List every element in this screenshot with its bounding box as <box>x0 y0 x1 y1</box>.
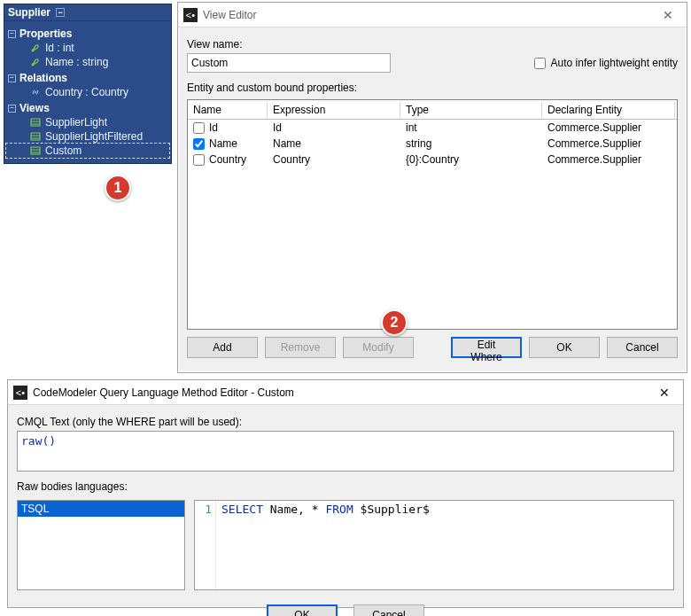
tree-item-label: SupplierLightFiltered <box>45 130 143 143</box>
edit-where-button[interactable]: Edit Where <box>451 337 522 358</box>
step-badge-1: 1 <box>105 175 131 201</box>
tree-item-label: SupplierLight <box>45 116 107 129</box>
tree-item-label: Custom <box>45 144 82 157</box>
properties-grid: Name Expression Type Declaring Entity Id… <box>187 99 678 330</box>
cell-type: string <box>400 136 542 151</box>
code-tail: $Supplier$ <box>353 503 430 516</box>
tree-item[interactable]: Id : int <box>6 41 169 55</box>
tree-item-label: Id : int <box>45 42 74 54</box>
cell-name: Id <box>209 121 218 134</box>
close-icon[interactable]: ✕ <box>651 383 678 402</box>
cmql-text-label: CMQL Text (only the WHERE part will be u… <box>17 416 674 428</box>
code-area[interactable]: 1 SELECT Name, * FROM $Supplier$ <box>194 500 674 590</box>
dialog-body: CMQL Text (only the WHERE part will be u… <box>8 405 683 616</box>
tree-item[interactable]: Name : string <box>6 55 169 69</box>
tree-item[interactable]: Country : Country <box>6 85 169 99</box>
ok-button[interactable]: OK <box>529 337 600 358</box>
app-icon: <• <box>13 386 27 400</box>
grid-header: Name Expression Type Declaring Entity <box>188 100 677 120</box>
cell-expr: Name <box>268 136 400 151</box>
group-label: Views <box>19 102 50 114</box>
tree-group-properties: − Properties Id : int Name : string <box>6 27 169 69</box>
col-expr[interactable]: Expression <box>268 102 400 118</box>
cell-expr: Country <box>268 152 400 167</box>
cancel-button[interactable]: Cancel <box>607 337 678 358</box>
auto-infer-checkbox[interactable] <box>534 58 546 69</box>
view-name-row: Auto infer lightweight entity <box>187 53 678 73</box>
tree-group-head[interactable]: − Relations <box>6 71 169 85</box>
grid-icon <box>29 131 42 142</box>
tree-group-head[interactable]: − Properties <box>6 27 169 41</box>
lang-label: Raw bodies languages: <box>17 480 674 493</box>
wrench-icon <box>29 57 42 67</box>
tree-group-relations: − Relations Country : Country <box>6 71 169 99</box>
entity-tree-title-row: Supplier − <box>4 4 171 21</box>
grid-icon <box>29 117 42 128</box>
row-checkbox[interactable] <box>193 122 205 134</box>
cmql-split: TSQL 1 SELECT Name, * FROM $Supplier$ <box>17 500 674 590</box>
row-checkbox[interactable] <box>193 138 205 150</box>
grid-icon <box>29 145 42 156</box>
svg-rect-0 <box>31 119 40 126</box>
dialog-title: View Editor <box>203 9 655 21</box>
tree-item[interactable]: SupplierLight <box>6 115 169 129</box>
grid-row[interactable]: Country Country {0}:Country Commerce.Sup… <box>188 152 677 168</box>
app-icon: <• <box>183 8 198 22</box>
view-editor-dialog: <• View Editor ✕ View name: Auto infer l… <box>177 2 687 373</box>
auto-infer-label: Auto infer lightweight entity <box>551 57 678 69</box>
col-type[interactable]: Type <box>400 102 542 118</box>
collapse-icon[interactable]: − <box>56 8 65 17</box>
cell-decl: Commerce.Supplier <box>542 152 675 167</box>
language-list[interactable]: TSQL <box>17 500 185 590</box>
tree-group-head[interactable]: − Views <box>6 101 169 115</box>
remove-button: Remove <box>265 337 336 358</box>
modify-button: Modify <box>343 337 414 358</box>
spacer <box>421 337 444 358</box>
view-name-label: View name: <box>187 38 678 51</box>
entity-tree-body: − Properties Id : int Name : string − Re… <box>4 21 171 163</box>
view-editor-button-row: Add Remove Modify Edit Where OK Cancel <box>187 337 678 358</box>
view-name-input[interactable] <box>187 53 391 73</box>
tree-item-label: Country : Country <box>45 86 128 98</box>
svg-rect-3 <box>31 133 40 140</box>
grid-row[interactable]: Name Name string Commerce.Supplier <box>188 136 677 152</box>
close-icon[interactable]: ✕ <box>655 5 681 25</box>
cell-type: int <box>400 121 542 135</box>
cmql-button-row: OK Cancel <box>17 604 674 616</box>
tree-item[interactable]: SupplierLightFiltered <box>6 129 169 144</box>
cancel-button[interactable]: Cancel <box>353 604 424 616</box>
kw-from: FROM <box>325 503 353 516</box>
dialog-title: CodeModeler Query Language Method Editor… <box>33 386 651 399</box>
row-checkbox[interactable] <box>193 154 205 166</box>
grid-row[interactable]: Id Id int Commerce.Supplier <box>188 120 677 136</box>
code-mid: Name, * <box>270 503 326 516</box>
minus-icon: − <box>8 30 16 38</box>
grid-label: Entity and custom bound properties: <box>187 82 678 94</box>
col-decl[interactable]: Declaring Entity <box>542 102 675 118</box>
dialog-titlebar: <• View Editor ✕ <box>178 3 687 27</box>
minus-icon: − <box>8 105 16 113</box>
ok-button[interactable]: OK <box>267 604 338 616</box>
step-badge-2: 2 <box>381 309 408 336</box>
dialog-titlebar: <• CodeModeler Query Language Method Edi… <box>8 380 683 405</box>
language-item[interactable]: TSQL <box>18 501 184 517</box>
cmql-text-input[interactable]: raw() <box>17 431 674 472</box>
cell-decl: Commerce.Supplier <box>542 136 675 151</box>
group-label: Properties <box>19 27 72 40</box>
auto-infer-row[interactable]: Auto infer lightweight entity <box>534 57 678 69</box>
svg-rect-6 <box>31 147 40 154</box>
wrench-icon <box>29 43 42 53</box>
cell-decl: Commerce.Supplier <box>542 121 675 135</box>
group-label: Relations <box>19 72 67 84</box>
cell-type: {0}:Country <box>400 152 542 167</box>
minus-icon: − <box>8 74 16 82</box>
tree-item-custom[interactable]: Custom <box>6 144 169 158</box>
cmql-editor-dialog: <• CodeModeler Query Language Method Edi… <box>7 379 684 608</box>
entity-tree-title: Supplier <box>8 6 50 19</box>
entity-tree-panel: Supplier − − Properties Id : int Name : … <box>4 4 172 164</box>
link-icon <box>29 87 42 97</box>
add-button[interactable]: Add <box>187 337 258 358</box>
col-name[interactable]: Name <box>188 102 268 118</box>
code-text[interactable]: SELECT Name, * FROM $Supplier$ <box>216 501 435 589</box>
tree-group-views: − Views SupplierLight SupplierLightFilte… <box>6 101 169 158</box>
